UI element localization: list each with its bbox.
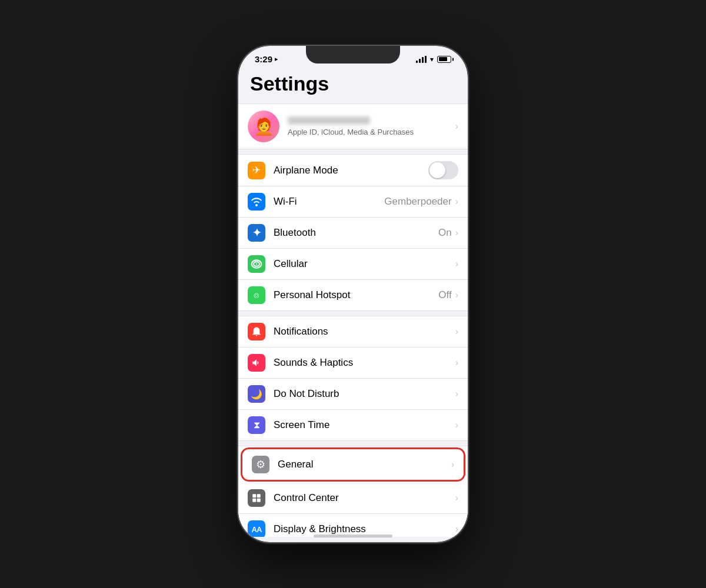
- dnd-icon: 🌙: [248, 385, 265, 403]
- signal-bar-4: [425, 56, 427, 63]
- notifications-row[interactable]: Notifications ›: [238, 316, 468, 348]
- wifi-status-icon: ▾: [430, 55, 434, 64]
- profile-section: 🧑‍🦰 Apple ID, iCloud, Media & Purchases …: [238, 103, 468, 149]
- cellular-label: Cellular: [274, 258, 455, 270]
- page-title: Settings: [238, 66, 468, 103]
- hotspot-label: Personal Hotspot: [274, 289, 438, 301]
- screentime-row[interactable]: ⧗ Screen Time ›: [238, 410, 468, 440]
- signal-bar-1: [416, 61, 418, 63]
- hotspot-icon: ⌾: [248, 286, 265, 304]
- status-icons: ▾: [416, 55, 451, 64]
- svg-rect-3: [252, 494, 256, 497]
- display-icon: AA: [248, 520, 265, 537]
- dnd-row[interactable]: 🌙 Do Not Disturb ›: [238, 379, 468, 410]
- notifications-icon: [248, 323, 265, 340]
- cellular-icon: [248, 255, 265, 273]
- network-group: ✈ Airplane Mode Wi-Fi: [238, 154, 468, 311]
- hotspot-row[interactable]: ⌾ Personal Hotspot Off ›: [238, 280, 468, 310]
- cellular-row[interactable]: Cellular ›: [238, 249, 468, 280]
- phone-screen: 3:29 ▸ ▾ Settings: [238, 46, 468, 542]
- bluetooth-row[interactable]: ✦ Bluetooth On ›: [238, 218, 468, 249]
- display-row[interactable]: AA Display & Brightness ›: [238, 514, 468, 537]
- wifi-value: Gemberpoeder: [384, 196, 451, 208]
- iphone-device: 3:29 ▸ ▾ Settings: [238, 46, 468, 542]
- signal-bar-3: [422, 57, 424, 63]
- sounds-icon: [248, 354, 265, 372]
- profile-info: Apple ID, iCloud, Media & Purchases: [288, 116, 447, 136]
- airplane-mode-toggle[interactable]: [428, 161, 458, 179]
- bluetooth-value: On: [438, 227, 452, 239]
- wifi-icon: [248, 193, 265, 211]
- bluetooth-chevron: ›: [455, 228, 458, 238]
- screentime-icon: ⧗: [248, 416, 265, 434]
- wifi-label: Wi-Fi: [274, 196, 384, 208]
- system-group: ⚙ General › Control Center: [238, 446, 468, 537]
- airplane-mode-icon: ✈: [248, 162, 265, 179]
- notifications-label: Notifications: [274, 326, 455, 338]
- display-chevron: ›: [455, 524, 458, 534]
- svg-rect-4: [257, 494, 261, 497]
- signal-bars: [416, 56, 427, 63]
- home-indicator: [314, 534, 392, 537]
- profile-name-blurred: [288, 116, 370, 125]
- wifi-chevron: ›: [455, 196, 458, 207]
- display-label: Display & Brightness: [274, 523, 455, 535]
- battery-icon: [437, 56, 451, 63]
- screen-content: Settings 🧑‍🦰 Apple ID, iCloud, Media & P…: [238, 66, 468, 537]
- bluetooth-label: Bluetooth: [274, 227, 438, 239]
- bluetooth-icon: ✦: [248, 224, 265, 242]
- avatar: 🧑‍🦰: [248, 111, 279, 142]
- notch: [306, 46, 400, 64]
- general-icon: ⚙: [252, 456, 269, 473]
- hotspot-chevron: ›: [455, 290, 458, 300]
- toggle-knob: [429, 162, 445, 178]
- svg-point-2: [256, 263, 258, 265]
- cellular-chevron: ›: [455, 259, 458, 269]
- controlcenter-row[interactable]: Control Center ›: [238, 483, 468, 514]
- screentime-chevron: ›: [455, 420, 458, 430]
- controlcenter-icon: [248, 489, 265, 507]
- notifications-group: Notifications › Sounds & Haptics › 🌙: [238, 316, 468, 441]
- general-label: General: [278, 459, 451, 470]
- wifi-row[interactable]: Wi-Fi Gemberpoeder ›: [238, 186, 468, 218]
- dnd-label: Do Not Disturb: [274, 388, 455, 400]
- screentime-label: Screen Time: [274, 419, 455, 431]
- controlcenter-chevron: ›: [455, 493, 458, 503]
- svg-rect-6: [257, 499, 261, 502]
- battery-fill: [439, 57, 447, 61]
- location-icon: ▸: [275, 55, 278, 63]
- dnd-chevron: ›: [455, 389, 458, 399]
- sounds-label: Sounds & Haptics: [274, 357, 455, 369]
- airplane-mode-label: Airplane Mode: [274, 165, 428, 176]
- profile-row[interactable]: 🧑‍🦰 Apple ID, iCloud, Media & Purchases …: [238, 104, 468, 149]
- profile-subtitle: Apple ID, iCloud, Media & Purchases: [288, 128, 447, 136]
- controlcenter-label: Control Center: [274, 492, 455, 504]
- airplane-mode-row[interactable]: ✈ Airplane Mode: [238, 155, 468, 186]
- notifications-chevron: ›: [455, 326, 458, 337]
- sounds-chevron: ›: [455, 358, 458, 368]
- status-time: 3:29: [255, 54, 272, 64]
- svg-rect-5: [252, 499, 256, 502]
- chevron-icon: ›: [455, 121, 458, 132]
- signal-bar-2: [419, 59, 421, 63]
- general-chevron: ›: [451, 459, 454, 470]
- hotspot-value: Off: [438, 289, 451, 301]
- general-row[interactable]: ⚙ General ›: [241, 447, 465, 482]
- sounds-row[interactable]: Sounds & Haptics ›: [238, 348, 468, 379]
